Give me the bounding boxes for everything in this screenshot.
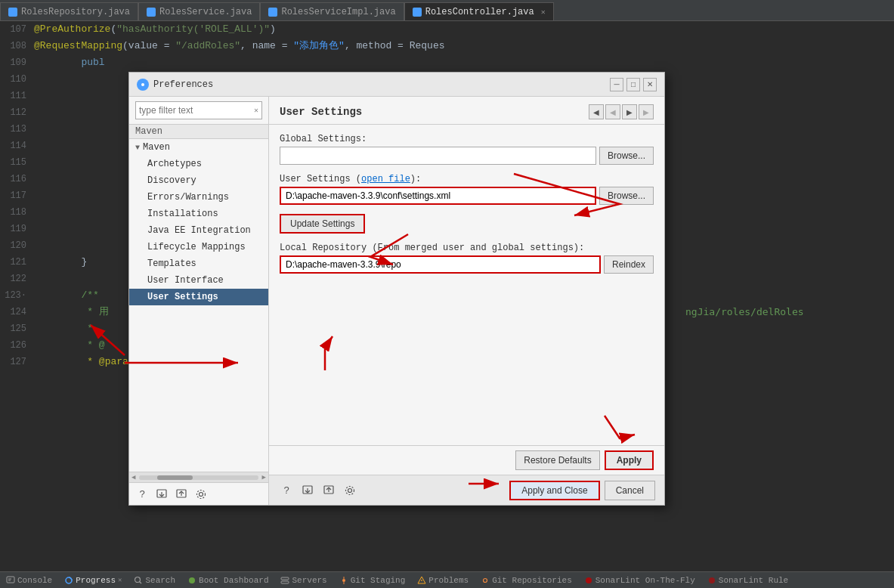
- global-settings-row: Global Settings: Browse...: [280, 134, 654, 165]
- git-staging-label: Git Staging: [351, 576, 406, 585]
- update-settings-row: Update Settings: [280, 214, 654, 234]
- footer-import-button[interactable]: [299, 482, 316, 499]
- cancel-button[interactable]: Cancel: [605, 481, 655, 500]
- status-sonarlint-rule[interactable]: SonarLint Rule: [707, 576, 788, 585]
- tab-label: RolesController.java: [425, 7, 534, 17]
- local-repo-input[interactable]: [280, 255, 601, 274]
- tree-item-label: Lifecycle Mappings: [147, 242, 246, 252]
- status-problems[interactable]: Problems: [417, 576, 469, 585]
- close-button[interactable]: ✕: [643, 78, 657, 91]
- status-sonarlint[interactable]: SonarLint On-The-Fly: [584, 576, 695, 585]
- tree-item-installations[interactable]: Installations: [129, 206, 268, 222]
- git-staging-icon: [339, 576, 348, 585]
- search-input[interactable]: [139, 105, 254, 116]
- right-panel: User Settings ◀ ◀ ▶ ▶ Global Settings: B…: [269, 97, 664, 505]
- status-boot[interactable]: Boot Dashboard: [187, 576, 268, 585]
- status-git-staging[interactable]: Git Staging: [339, 576, 406, 585]
- dialog-body: ✕ Maven ▼ Maven Archetypes Disco: [129, 97, 664, 505]
- update-settings-button[interactable]: Update Settings: [280, 214, 365, 234]
- global-settings-input-row: Browse...: [280, 147, 654, 165]
- tab-roles-controller[interactable]: RolesController.java ✕: [404, 2, 554, 20]
- footer-settings-button[interactable]: [342, 482, 358, 499]
- footer-export-button[interactable]: [320, 482, 337, 499]
- user-settings-input-row: Browse...: [280, 187, 654, 205]
- tree-area: ▼ Maven Archetypes Discovery Errors/Warn…: [129, 139, 268, 472]
- tab-label: RolesServiceImpl.java: [281, 7, 395, 17]
- back-button[interactable]: ◀: [589, 104, 604, 119]
- footer-help-button[interactable]: ?: [278, 482, 295, 499]
- tree-item-javaee[interactable]: Java EE Integration: [129, 222, 268, 239]
- tab-roles-service[interactable]: RolesService.java: [138, 2, 260, 20]
- svg-point-5: [200, 492, 203, 496]
- status-bar: Console Progress ✕ Search Boot Dashboard…: [0, 571, 894, 588]
- global-browse-button[interactable]: Browse...: [599, 147, 654, 165]
- user-settings-browse-button[interactable]: Browse...: [599, 187, 654, 205]
- git-repo-label: Git Repositories: [492, 576, 572, 585]
- tree-item-label: Maven: [143, 142, 170, 153]
- import-button[interactable]: [153, 486, 170, 503]
- sonarlint-rule-label: SonarLint Rule: [719, 576, 788, 585]
- status-console[interactable]: Console: [6, 576, 52, 585]
- export-button[interactable]: [173, 486, 190, 503]
- tree-item-errors[interactable]: Errors/Warnings: [129, 189, 268, 206]
- sonarlint-label: SonarLint On-The-Fly: [595, 576, 695, 585]
- svg-rect-24: [281, 577, 289, 580]
- tree-item-archetypes[interactable]: Archetypes: [129, 156, 268, 172]
- tab-close-icon[interactable]: ✕: [541, 8, 546, 17]
- search-clear-icon[interactable]: ✕: [254, 106, 258, 115]
- help-button[interactable]: ?: [134, 486, 150, 503]
- search-input-wrapper[interactable]: ✕: [135, 101, 262, 119]
- tree-item-user-settings[interactable]: User Settings: [129, 289, 268, 305]
- progress-label: Progress: [76, 576, 116, 585]
- maven-breadcrumb-text: Maven: [135, 126, 162, 137]
- settings-button[interactable]: [193, 486, 209, 503]
- local-repo-row-container: Local Repository (From merged user and g…: [280, 243, 654, 274]
- user-settings-row: User Settings (open file): Browse...: [280, 174, 654, 205]
- back-button-2[interactable]: ◀: [605, 104, 620, 119]
- tab-roles-repository[interactable]: RolesRepository.java: [0, 2, 138, 20]
- forward-button[interactable]: ▶: [622, 104, 637, 119]
- search-box-area: ✕: [129, 97, 268, 125]
- status-search[interactable]: Search: [134, 576, 175, 585]
- tree-item-label: Installations: [147, 209, 218, 219]
- status-servers[interactable]: Servers: [280, 576, 326, 585]
- restore-defaults-button[interactable]: Restore Defaults: [515, 450, 599, 470]
- tab-roles-service-impl[interactable]: RolesServiceImpl.java: [260, 2, 404, 20]
- code-right-overflow: ngJia/roles/delRoles: [682, 21, 894, 320]
- svg-point-21: [135, 577, 141, 582]
- global-settings-input[interactable]: [280, 147, 596, 165]
- reindex-button[interactable]: Reindex: [604, 255, 654, 274]
- tree-item-label: Errors/Warnings: [147, 192, 229, 203]
- console-label: Console: [17, 576, 52, 585]
- tree-item-maven[interactable]: ▼ Maven: [129, 139, 268, 156]
- scroll-left-arrow[interactable]: ◀: [129, 473, 138, 481]
- tree-item-lifecycle[interactable]: Lifecycle Mappings: [129, 239, 268, 255]
- user-settings-input[interactable]: [280, 187, 596, 205]
- scroll-right-arrow[interactable]: ▶: [260, 473, 268, 481]
- servers-icon: [280, 576, 289, 585]
- dialog-footer: ? Apply and Close Cancel: [269, 475, 664, 505]
- footer-left: ?: [278, 482, 358, 499]
- apply-and-close-button[interactable]: Apply and Close: [509, 481, 599, 500]
- tree-item-templates[interactable]: Templates: [129, 255, 268, 272]
- dialog-title-left: Preferences: [137, 79, 213, 91]
- svg-point-30: [484, 578, 487, 582]
- progress-close[interactable]: ✕: [118, 576, 122, 584]
- forward-button-2[interactable]: ▶: [639, 104, 654, 119]
- open-file-link[interactable]: open file: [361, 174, 410, 184]
- horizontal-scroll[interactable]: ◀ ▶: [129, 472, 268, 482]
- apply-button[interactable]: Apply: [605, 450, 654, 470]
- java-file-icon: [268, 8, 277, 17]
- status-git-repo[interactable]: Git Repositories: [481, 576, 572, 585]
- right-panel-header: User Settings ◀ ◀ ▶ ▶: [269, 97, 664, 125]
- tree-item-label: Archetypes: [147, 159, 202, 169]
- status-progress[interactable]: Progress ✕: [64, 576, 122, 585]
- maximize-button[interactable]: □: [626, 78, 640, 91]
- minimize-button[interactable]: ─: [610, 78, 623, 91]
- tree-item-user-interface[interactable]: User Interface: [129, 272, 268, 289]
- tab-label: RolesRepository.java: [21, 7, 130, 17]
- local-repo-label: Local Repository (From merged user and g…: [280, 243, 654, 253]
- preferences-dialog: Preferences ─ □ ✕ ✕ Maven: [128, 72, 665, 506]
- java-file-icon: [413, 8, 422, 17]
- tree-item-discovery[interactable]: Discovery: [129, 172, 268, 189]
